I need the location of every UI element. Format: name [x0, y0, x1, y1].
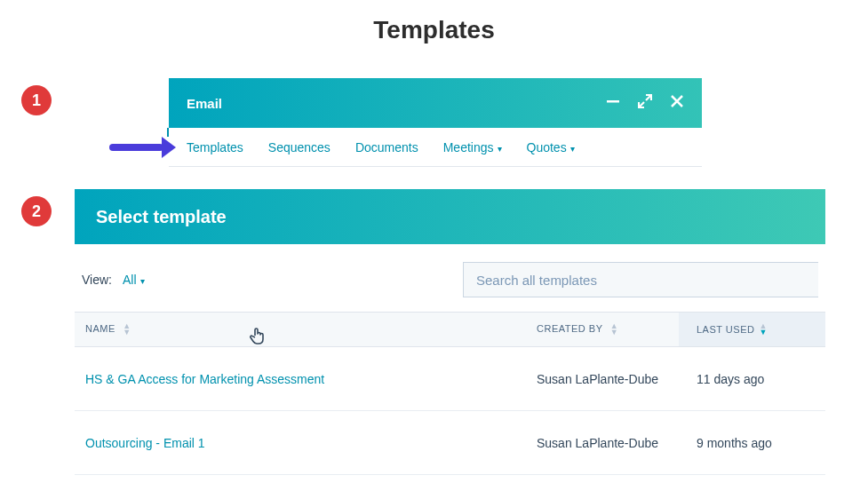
minimize-icon[interactable] [606, 94, 620, 112]
email-window-title: Email [187, 96, 222, 111]
table-row[interactable]: Outsourcing - Email 1 Susan LaPlante-Dub… [75, 411, 825, 475]
column-header-created-by-label: CREATED BY [537, 323, 602, 334]
column-header-created-by[interactable]: CREATED BY ▲▼ [537, 323, 679, 336]
view-filter-dropdown[interactable]: All [123, 273, 145, 287]
view-label: View: [82, 273, 112, 287]
svg-rect-0 [607, 100, 619, 103]
template-name-link[interactable]: Outsourcing - Email 1 [75, 436, 537, 450]
panel-title: Select template [75, 189, 825, 244]
email-window: Email Templates Sequences Documents Meet… [169, 78, 702, 167]
column-header-last-used[interactable]: LAST USED ▲▼ [679, 313, 825, 346]
step-badge-2: 2 [21, 196, 52, 226]
expand-icon[interactable] [638, 94, 652, 112]
column-header-name-label: NAME [85, 323, 115, 334]
tab-documents[interactable]: Documents [355, 140, 418, 154]
close-icon[interactable] [670, 94, 684, 112]
pointer-arrow-icon [109, 140, 176, 154]
template-last-used: 9 months ago [679, 411, 825, 474]
table-header-row: NAME ▲▼ CREATED BY ▲▼ LAST USED ▲▼ [75, 312, 825, 347]
tab-templates[interactable]: Templates [187, 140, 243, 154]
column-header-last-used-label: LAST USED [697, 324, 754, 335]
page-title: Templates [0, 0, 868, 60]
step-badge-1: 1 [21, 85, 52, 115]
email-window-tabs: Templates Sequences Documents Meetings Q… [169, 128, 702, 167]
template-last-used: 11 days ago [679, 347, 825, 410]
search-input[interactable] [463, 262, 818, 297]
template-created-by: Susan LaPlante-Dube [537, 436, 679, 450]
sort-icon: ▲▼ [610, 323, 618, 336]
column-header-name[interactable]: NAME ▲▼ [75, 323, 537, 336]
tab-meetings[interactable]: Meetings [443, 140, 502, 154]
tab-quotes[interactable]: Quotes [527, 140, 575, 154]
template-name-link[interactable]: HS & GA Access for Marketing Assessment [75, 372, 537, 386]
email-window-header: Email [169, 78, 702, 128]
table-row[interactable]: HS & GA Access for Marketing Assessment … [75, 347, 825, 411]
tab-sequences[interactable]: Sequences [268, 140, 330, 154]
select-template-panel: Select template View: All NAME ▲▼ CREATE… [75, 189, 825, 475]
template-created-by: Susan LaPlante-Dube [537, 372, 679, 386]
sort-icon: ▲▼ [759, 323, 767, 336]
sort-icon: ▲▼ [123, 323, 131, 336]
